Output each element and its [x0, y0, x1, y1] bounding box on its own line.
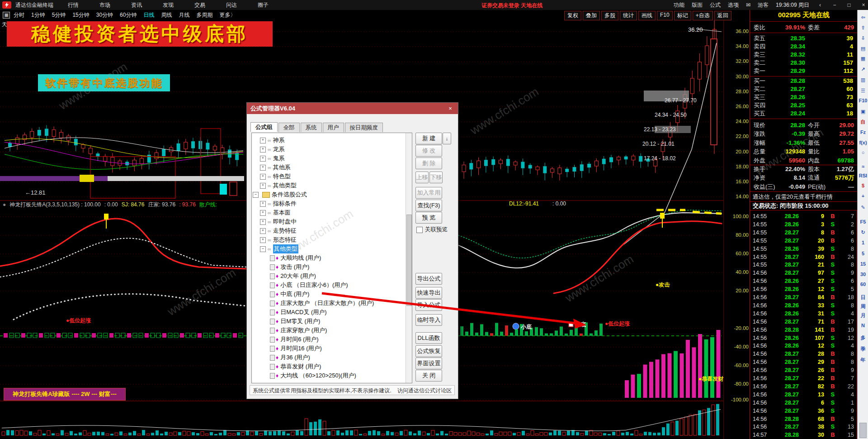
tree-group[interactable]: +∞龙系	[252, 145, 412, 154]
period-tab-6[interactable]: 日线	[143, 11, 154, 19]
period-tab-5[interactable]: 60分钟	[120, 11, 137, 19]
toolbar-button-7[interactable]: +自选	[693, 11, 713, 20]
period-15[interactable]: 15	[858, 261, 868, 267]
rsi-icon[interactable]: RSI	[858, 173, 868, 178]
period-n[interactable]: N	[858, 323, 868, 328]
tree-group[interactable]: +∞鬼系	[252, 154, 412, 163]
toolbar-button-2[interactable]: 多股	[601, 11, 618, 20]
zixuan-icon[interactable]: 自	[858, 119, 868, 125]
report-icon[interactable]: ▤	[858, 46, 868, 52]
dialog-close-icon[interactable]: ×	[445, 103, 455, 114]
wave-icon[interactable]: ≈	[858, 164, 868, 169]
tree-group[interactable]: +∞特色型	[252, 172, 412, 181]
move-icon[interactable]: +	[858, 193, 868, 199]
period-tab-0[interactable]: 分时	[14, 11, 24, 19]
tree-group[interactable]: +∞其他系	[252, 163, 412, 172]
menu-item-4[interactable]: 发现	[163, 1, 174, 9]
trend-icon[interactable]: ↗	[858, 67, 868, 72]
toolbar-button-4[interactable]: 画线	[638, 11, 656, 20]
period-day[interactable]: 日	[858, 294, 868, 301]
period-5[interactable]: 5	[858, 251, 868, 256]
tree-subgroup[interactable]: +∞指标条件	[252, 199, 412, 208]
temp-import-button[interactable]: 临时导入	[415, 314, 442, 326]
kline-icon[interactable]: ▥	[858, 77, 868, 83]
tree-leaf[interactable]: ♦日M零叉 (用户)	[252, 317, 412, 326]
tree-expand-icon[interactable]: +	[260, 228, 266, 234]
tree-expand-icon[interactable]: +	[260, 219, 266, 225]
period-quarter[interactable]: 季	[858, 346, 868, 353]
ui-setting-button[interactable]: 界面设置	[415, 358, 442, 369]
period-tab-2[interactable]: 5分钟	[52, 11, 66, 19]
preview-button[interactable]: 预 览	[415, 212, 442, 224]
dialog-tab-4[interactable]: 按日期频度	[345, 123, 383, 132]
modify-button[interactable]: 修 改	[415, 145, 442, 157]
circle-icon[interactable]: ○	[858, 150, 868, 155]
menu-item-2[interactable]: 市场	[99, 1, 110, 9]
status-forum-link[interactable]: 访问通达信公式讨论区	[397, 386, 452, 395]
tree-leaf[interactable]: ♦月时间6 (用户)	[252, 335, 412, 344]
tree-leaf[interactable]: ♦庄家大散户 （日庄家大散户）(用户)	[252, 299, 412, 308]
period-1[interactable]: 1	[858, 240, 868, 245]
toolbar-button-6[interactable]: 标记	[674, 11, 691, 20]
tree-subgroup[interactable]: +∞走势特征	[252, 226, 412, 235]
tree-leaf[interactable]: ♦月时间16 (用户)	[252, 344, 412, 353]
tree-leaf[interactable]: ♦20大年 (用户)	[252, 272, 412, 281]
period-tab-8[interactable]: 月线	[179, 11, 189, 19]
maximize-button[interactable]: □	[845, 2, 853, 8]
panel-icon[interactable]: ▣	[858, 109, 868, 115]
pencil-icon[interactable]: ✎	[858, 205, 868, 210]
tree-expand-icon[interactable]: +	[260, 165, 266, 171]
f5-icon[interactable]: F5	[858, 219, 868, 224]
menu-item-1[interactable]: 行情	[68, 1, 79, 9]
tree-leaf[interactable]: ♦大顺均线 (用户)	[252, 253, 412, 262]
tree-leaf[interactable]: ♦攻击 (用户)	[252, 262, 412, 272]
skin-button[interactable]: ‹	[816, 2, 824, 8]
link-preview-checkbox[interactable]: 关联预览	[416, 226, 448, 234]
tree-group[interactable]: +∞神系	[252, 136, 412, 145]
tree-leaf[interactable]: ♦恭喜发财 (用户)	[252, 362, 412, 371]
menu-item-5[interactable]: 交易	[194, 1, 205, 9]
quick-export-button[interactable]: 快速导出	[415, 287, 442, 299]
menu-right-3[interactable]: 选项	[728, 1, 739, 9]
tree-leaf[interactable]: ♦小底 （日庄家小6）(用户)	[252, 281, 412, 290]
tree-leaf[interactable]: ♦庄家穿散户 (用户)	[252, 326, 412, 335]
tree-expand-icon[interactable]: +	[260, 147, 266, 153]
tree-leaf[interactable]: ♦日MACD叉 (用户)	[252, 308, 412, 317]
grid-icon[interactable]: ▦	[858, 56, 868, 62]
period-week[interactable]: 周	[858, 303, 868, 310]
tree-leaf[interactable]: ♦大均线 （60>120>250)(用户)	[252, 371, 412, 380]
period-tab-1[interactable]: 1分钟	[31, 11, 45, 19]
back-arrow-icon[interactable]: ⇦	[858, 14, 868, 20]
toolbar-button-3[interactable]: 统计	[620, 11, 637, 20]
import-formula-button[interactable]: 导入公式	[415, 299, 442, 311]
down-arrow-icon[interactable]: ⇩	[858, 35, 868, 41]
move-down-button[interactable]: 下移	[429, 172, 443, 183]
period-year[interactable]: 年	[858, 357, 868, 363]
period-tab-3[interactable]: 15分钟	[72, 11, 89, 19]
menu-right-1[interactable]: 版面	[692, 1, 703, 9]
formula-icon[interactable]: f(x)	[858, 140, 868, 145]
dialog-tab-1[interactable]: 全部	[278, 123, 300, 132]
close-button[interactable]: ×	[860, 2, 867, 8]
tree-expand-icon[interactable]: +	[260, 237, 266, 243]
tree-subgroup[interactable]: +∞基本面	[252, 208, 412, 217]
fz-icon[interactable]: Fz	[858, 129, 868, 135]
dialog-tab-0[interactable]: 公式组	[250, 122, 278, 132]
period-month[interactable]: 月	[858, 312, 868, 319]
add-common-button[interactable]: 加入常用	[415, 187, 442, 199]
formula-manager-dialog[interactable]: 公式管理器V6.04 × 公式组全部系统用户按日期频度 +∞神系+∞龙系+∞鬼系…	[246, 102, 458, 399]
period-60[interactable]: 60	[858, 282, 868, 287]
period-tab-4[interactable]: 30分钟	[96, 11, 113, 19]
period-multi[interactable]: 多	[858, 334, 868, 341]
tree-expand-icon[interactable]: −	[260, 246, 266, 252]
money-icon[interactable]: $	[858, 183, 868, 188]
tree-expand-icon[interactable]: +	[260, 201, 266, 207]
list-icon[interactable]: ☰	[858, 88, 868, 94]
toolbar-button-8[interactable]: 返回	[714, 11, 731, 20]
period-tab-9[interactable]: 多周期	[196, 11, 212, 19]
find-button[interactable]: 查找(F3)	[415, 200, 442, 211]
menu-right-2[interactable]: 公式	[710, 1, 721, 9]
tree-leaf[interactable]: ♦中底 (用户)	[252, 290, 412, 299]
toolbar-button-1[interactable]: 叠加	[583, 11, 600, 20]
menu-item-0[interactable]: 通达信金融终端	[15, 1, 53, 9]
